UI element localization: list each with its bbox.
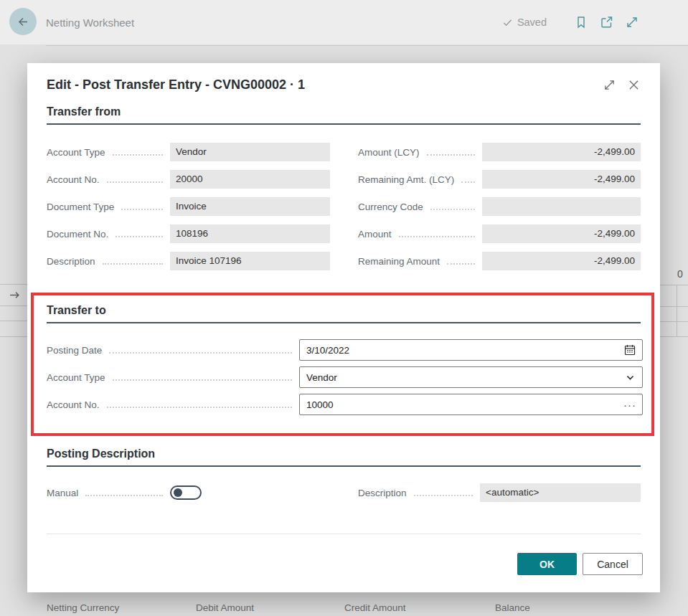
account-no-input[interactable] [300,394,618,414]
section-heading-transfer-to: Transfer to [47,304,641,323]
bg-table-line [660,285,688,285]
bookmark-icon[interactable] [575,16,588,29]
grid-header-credit-amount: Credit Amount [344,602,406,613]
expand-page-icon[interactable] [626,16,638,29]
field-remaining-amount: Remaining Amount -2,499.00 [358,252,641,270]
field-document-no: Document No. 108196 [47,224,330,243]
field-account-type-to: Account Type Vendor [47,366,643,388]
lookup-ellipsis-icon[interactable]: ··· [618,394,642,414]
section-heading-transfer-from: Transfer from [47,105,641,125]
grid-header-balance: Balance [495,602,530,613]
dotted-leader [116,236,163,237]
toggle-knob [174,488,182,497]
app-header: Netting Worksheet Saved [0,0,688,44]
field-label: Manual [47,488,78,498]
open-in-new-window-icon[interactable] [600,16,613,29]
field-account-no-to: Account No. ··· [47,394,643,415]
field-label: Account Type [47,147,105,158]
transfer-from-fields: Account Type Vendor Account No. 20000 Do… [47,143,641,270]
dotted-leader [103,263,163,265]
bg-table-line [660,336,688,337]
dotted-leader [107,181,163,183]
field-label: Remaining Amt. (LCY) [358,174,454,185]
dotted-leader [430,209,475,210]
dotted-leader [107,407,292,408]
bg-table-value: 0 [677,268,683,280]
field-label: Amount [358,229,392,240]
field-description-to: Description <automatic> [358,483,641,502]
bg-table-line [0,321,27,321]
field-value: -2,499.00 [482,143,641,161]
calendar-icon[interactable] [618,340,642,360]
dotted-leader [399,236,475,237]
field-value: -2,499.00 [482,170,641,189]
field-currency-code: Currency Code [358,197,641,216]
ok-button[interactable]: OK [517,553,577,575]
page-title: Netting Worksheet [46,0,134,44]
bg-table-line [660,306,688,307]
back-arrow-icon [17,15,30,29]
footer-divider [47,534,641,534]
field-value [482,197,641,216]
field-label: Account Type [47,372,105,383]
dotted-leader [113,379,292,381]
field-account-type-from: Account Type Vendor [47,143,330,161]
dotted-leader [414,495,473,496]
section-heading-posting-description: Posting Description [47,447,641,467]
field-label: Account No. [47,399,100,410]
dotted-leader [461,181,475,183]
manual-toggle[interactable] [170,485,202,500]
grid-header-netting-currency: Netting Currency [47,602,119,613]
field-label: Description [47,256,95,267]
bg-table-line [0,305,27,306]
dotted-leader [113,154,163,156]
field-posting-date: Posting Date [47,339,643,361]
save-status-label: Saved [517,16,547,28]
field-value: 20000 [170,170,330,189]
field-value: <automatic> [480,483,641,502]
field-label: Posting Date [47,345,102,356]
field-value: Invoice 107196 [170,252,330,270]
field-value: Vendor [170,143,330,161]
field-document-type: Document Type Invoice [47,197,330,216]
posting-date-input[interactable] [300,340,618,360]
posting-date-input-box [299,339,643,361]
field-value: 108196 [170,224,330,243]
account-type-select[interactable]: Vendor [299,366,643,388]
dotted-leader [121,209,163,210]
bg-table-line [0,336,27,337]
field-label: Remaining Amount [358,256,440,267]
field-description-from: Description Invoice 107196 [47,252,330,270]
field-label: Currency Code [358,202,423,212]
field-value: Invoice [170,197,330,216]
save-status: Saved [502,16,547,28]
dotted-leader [85,495,163,496]
field-amount-lcy: Amount (LCY) -2,499.00 [358,143,641,161]
dialog-title: Edit - Post Transfer Entry - CVNG00002 ·… [47,77,305,93]
close-dialog-icon[interactable] [628,79,640,91]
cancel-button[interactable]: Cancel [583,553,643,575]
dotted-leader [427,154,475,156]
bg-table-line [677,285,677,337]
field-value: -2,499.00 [482,252,641,270]
field-label: Document Type [47,202,114,212]
field-label: Amount (LCY) [358,147,420,158]
post-transfer-entry-dialog: Edit - Post Transfer Entry - CVNG00002 ·… [27,63,660,592]
account-type-selected-value: Vendor [300,372,618,383]
dotted-leader [109,352,292,354]
field-remaining-amt-lcy: Remaining Amt. (LCY) -2,499.00 [358,170,641,189]
row-pointer-arrow-icon [9,289,21,301]
field-manual: Manual [47,485,202,500]
field-label: Description [358,488,407,498]
bg-table-line [660,321,688,322]
bg-table-line [0,284,27,285]
field-label: Account No. [47,174,100,185]
posting-description-fields: Manual Description <automatic> [47,483,641,502]
field-account-no-from: Account No. 20000 [47,170,330,189]
field-label: Document No. [47,229,108,240]
transfer-to-fields: Posting Date Account Type Vendor [47,339,643,415]
grid-header-debit-amount: Debit Amount [196,602,254,613]
back-button[interactable] [9,8,37,35]
check-icon [502,17,513,28]
expand-dialog-icon[interactable] [603,79,616,91]
